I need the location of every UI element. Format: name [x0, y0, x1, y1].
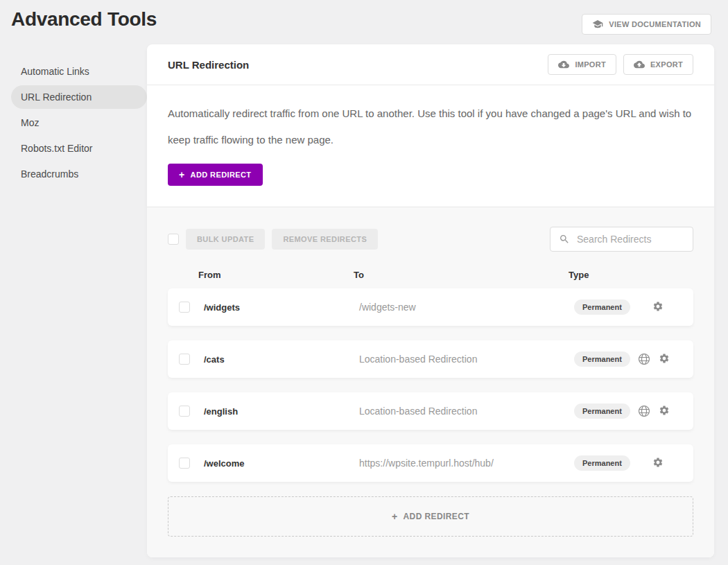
- page-title: Advanced Tools: [11, 8, 157, 31]
- add-redirect-label: ADD REDIRECT: [191, 171, 252, 179]
- panel-header: URL Redirection IMPORT EXPORT: [147, 44, 714, 85]
- remove-redirects-button[interactable]: REMOVE REDIRECTS: [272, 229, 378, 250]
- select-all-checkbox[interactable]: [168, 234, 179, 245]
- column-header-from: From: [198, 270, 354, 280]
- row-checkbox[interactable]: [179, 354, 190, 365]
- import-button[interactable]: IMPORT: [548, 54, 616, 75]
- export-button[interactable]: EXPORT: [623, 54, 693, 75]
- cloud-upload-icon: [634, 59, 645, 70]
- row-settings-button[interactable]: [652, 301, 664, 313]
- sidebar-item-moz[interactable]: Moz: [11, 111, 147, 134]
- row-checkbox[interactable]: [179, 458, 190, 469]
- redirect-from: /welcome: [204, 458, 359, 469]
- import-label: IMPORT: [575, 60, 606, 69]
- table-row: /cats Location-based Redirection Permane…: [168, 340, 693, 378]
- view-documentation-button[interactable]: VIEW DOCUMENTATION: [582, 14, 711, 35]
- type-badge: Permanent: [574, 403, 630, 419]
- globe-icon: [637, 352, 651, 366]
- cloud-download-icon: [558, 59, 569, 70]
- redirect-type-cell: Permanent: [574, 351, 688, 367]
- search-redirects-input[interactable]: [577, 234, 684, 245]
- redirect-from: /cats: [204, 354, 359, 365]
- topbar: Advanced Tools VIEW DOCUMENTATION: [0, 0, 728, 35]
- sidebar-item-breadcrumbs[interactable]: Breadcrumbs: [11, 162, 147, 186]
- search-redirects-box: [550, 227, 693, 252]
- row-checkbox[interactable]: [179, 406, 190, 417]
- view-documentation-label: VIEW DOCUMENTATION: [609, 20, 701, 28]
- panel-header-actions: IMPORT EXPORT: [548, 54, 693, 75]
- gear-icon: [652, 301, 664, 312]
- redirect-to: Location-based Redirection: [359, 406, 574, 417]
- main-layout: Automatic Links URL Redirection Moz Robo…: [0, 44, 728, 564]
- row-settings-button[interactable]: [658, 405, 670, 417]
- panel-title: URL Redirection: [168, 59, 249, 71]
- table-header: From To Type: [168, 270, 693, 288]
- bulk-update-button[interactable]: BULK UPDATE: [186, 229, 265, 250]
- magnifier-icon: [559, 234, 570, 245]
- row-checkbox[interactable]: [179, 302, 190, 313]
- plus-icon: +: [392, 512, 398, 521]
- redirect-type-cell: Permanent: [574, 455, 682, 471]
- redirects-section: BULK UPDATE REMOVE REDIRECTS From To Typ…: [147, 207, 714, 557]
- redirect-to: https://wpsite.tempurl.host/hub/: [359, 458, 574, 469]
- redirect-from: /widgets: [204, 302, 359, 313]
- url-redirection-panel: URL Redirection IMPORT EXPORT Automatica…: [147, 44, 714, 557]
- sidebar-item-url-redirection[interactable]: URL Redirection: [11, 85, 147, 109]
- table-row: /widgets /widgets-new Permanent: [168, 288, 693, 326]
- redirect-to: /widgets-new: [359, 302, 574, 313]
- row-settings-button[interactable]: [658, 353, 670, 365]
- panel-description: Automatically redirect traffic from one …: [168, 101, 693, 153]
- redirect-from: /english: [204, 406, 359, 417]
- add-redirect-button[interactable]: + ADD REDIRECT: [168, 164, 263, 186]
- gear-icon: [652, 457, 664, 468]
- redirect-type-cell: Permanent: [574, 403, 688, 419]
- add-redirect-dashed-label: ADD REDIRECT: [404, 512, 469, 521]
- bulk-toolbar: BULK UPDATE REMOVE REDIRECTS: [168, 227, 693, 252]
- table-row: /english Location-based Redirection Perm…: [168, 392, 693, 430]
- type-badge: Permanent: [574, 455, 630, 471]
- graduation-cap-icon: [592, 19, 603, 30]
- redirects-table: From To Type /widgets /widgets-new Perma…: [168, 270, 693, 537]
- type-badge: Permanent: [574, 351, 630, 367]
- panel-intro: Automatically redirect traffic from one …: [147, 85, 714, 207]
- column-header-type: Type: [569, 270, 682, 280]
- column-header-to: To: [354, 270, 569, 280]
- sidebar-item-automatic-links[interactable]: Automatic Links: [11, 60, 147, 83]
- redirect-type-cell: Permanent: [574, 299, 682, 315]
- plus-icon: +: [179, 170, 185, 180]
- gear-icon: [659, 405, 670, 416]
- redirect-to: Location-based Redirection: [359, 354, 574, 365]
- sidebar: Automatic Links URL Redirection Moz Robo…: [11, 44, 147, 188]
- gear-icon: [659, 353, 670, 364]
- type-badge: Permanent: [574, 299, 630, 315]
- add-redirect-dashed-button[interactable]: + ADD REDIRECT: [168, 496, 693, 537]
- export-label: EXPORT: [650, 60, 683, 69]
- table-row: /welcome https://wpsite.tempurl.host/hub…: [168, 444, 693, 482]
- sidebar-item-robots-txt-editor[interactable]: Robots.txt Editor: [11, 137, 147, 160]
- globe-icon: [637, 404, 651, 418]
- row-settings-button[interactable]: [652, 457, 664, 469]
